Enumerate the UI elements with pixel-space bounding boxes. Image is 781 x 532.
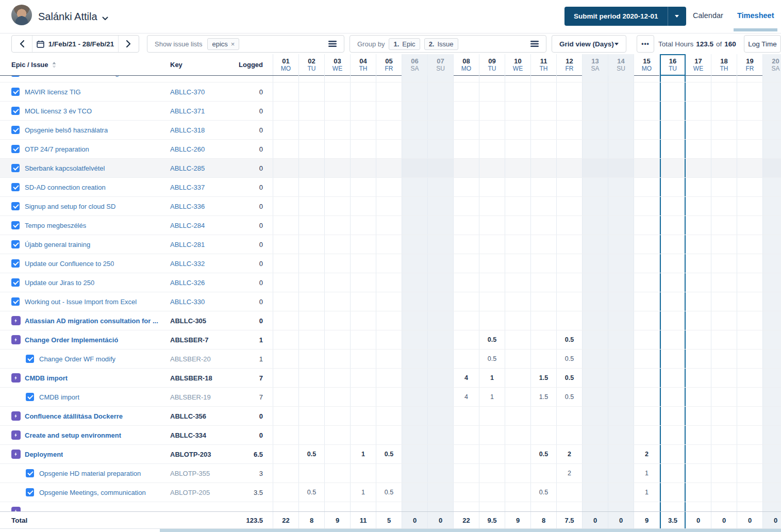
issue-name-link[interactable]: Signup and setup for cloud SD [25,203,115,210]
day-cell-03[interactable] [325,178,351,196]
day-cell-12[interactable] [557,426,583,444]
day-cell-08[interactable] [454,159,479,177]
day-cell-12[interactable] [557,502,583,511]
day-cell-19[interactable] [737,216,763,235]
day-cell-10[interactable] [505,254,531,273]
issue-checkbox[interactable] [26,469,34,477]
day-cell-08[interactable] [454,350,479,368]
day-cell-17[interactable] [686,121,711,139]
day-cell-10[interactable] [505,102,531,120]
day-cell-02[interactable] [299,273,325,292]
day-cell-07[interactable] [428,464,454,483]
issue-checkbox[interactable] [11,221,20,229]
day-cell-09[interactable] [479,254,505,273]
day-cell-04[interactable] [351,407,376,425]
day-cell-15[interactable] [634,350,660,368]
previous-period-button[interactable] [12,36,32,52]
day-cell-06[interactable] [402,121,428,139]
day-cell-15[interactable] [634,140,660,158]
issue-key-link[interactable]: ABLLC-336 [170,203,205,210]
day-cell-20[interactable] [763,445,781,463]
day-cell-11[interactable]: 1.5 [531,388,557,406]
day-cell-04[interactable] [351,102,376,120]
issue-name-link[interactable]: Create and setup environment [25,431,121,439]
day-cell-14[interactable] [608,369,634,387]
day-cell-19[interactable] [737,292,763,311]
day-cell-01[interactable] [273,76,299,82]
timesheet-row[interactable]: Opsgenie HD material preparationABLOTP-3… [0,464,781,483]
day-cell-04[interactable] [351,350,376,368]
day-cell-15[interactable]: 2 [634,445,660,463]
timesheet-row[interactable]: Lasso tesztfelhasználói kinézegetéseABLL… [0,76,781,82]
day-cell-11[interactable] [531,76,557,82]
day-cell-04[interactable] [351,273,376,292]
day-cell-13[interactable] [583,330,608,349]
day-cell-16[interactable] [660,102,686,120]
day-cell-02[interactable] [299,216,325,235]
issue-name-link[interactable]: CMDB import [25,374,68,382]
day-cell-20[interactable] [763,273,781,292]
day-cell-14[interactable] [608,426,634,444]
group-chip-epic[interactable]: 1. Epic [389,38,420,50]
day-cell-19[interactable] [737,121,763,139]
day-cell-18[interactable] [711,216,737,235]
day-cell-10[interactable] [505,159,531,177]
day-cell-03[interactable] [325,102,351,120]
day-cell-04[interactable]: 1 [351,483,376,502]
day-cell-14[interactable] [608,159,634,177]
day-cell-06[interactable] [402,273,428,292]
day-cell-01[interactable] [273,235,299,254]
day-cell-02[interactable] [299,178,325,196]
filter-tag-epics[interactable]: epics × [207,38,239,50]
issue-key-link[interactable]: ABLSBER-19 [170,393,211,401]
day-cell-04[interactable] [351,82,376,101]
day-cell-07[interactable] [428,82,454,101]
issue-key-link[interactable]: ABLLC-326 [170,279,205,287]
day-cell-03[interactable] [325,407,351,425]
issue-key-link[interactable]: ABLOTP-355 [170,470,210,477]
day-cell-13[interactable] [583,140,608,158]
day-cell-06[interactable] [402,388,428,406]
day-cell-07[interactable] [428,369,454,387]
day-cell-16[interactable] [660,235,686,254]
day-cell-15[interactable]: 1 [634,464,660,483]
day-cell-03[interactable] [325,388,351,406]
day-cell-01[interactable] [273,292,299,311]
issue-key-link[interactable]: ABLOTP-203 [170,451,211,458]
timesheet-row[interactable]: Opsgenie Meetings, communicationABLOTP-2… [0,483,781,502]
day-cell-17[interactable] [686,330,711,349]
day-cell-12[interactable] [557,197,583,215]
day-cell-14[interactable] [608,350,634,368]
day-cell-13[interactable] [583,369,608,387]
day-cell-18[interactable] [711,82,737,101]
day-cell-18[interactable] [711,464,737,483]
day-cell-06[interactable] [402,426,428,444]
day-cell-09[interactable] [479,273,505,292]
day-cell-13[interactable] [583,464,608,483]
issue-checkbox[interactable] [11,145,20,153]
day-cell-06[interactable] [402,76,428,82]
day-cell-12[interactable] [557,102,583,120]
issue-key-link[interactable]: ABLLC-370 [170,88,205,96]
timesheet-row[interactable]: Signup and setup for cloud SDABLLC-3360 [0,197,781,216]
day-cell-19[interactable] [737,388,763,406]
issue-name-link[interactable]: Working out - Issue Import from Excel [25,298,137,306]
day-cell-07[interactable] [428,254,454,273]
day-cell-10[interactable] [505,330,531,349]
day-cell-15[interactable] [634,369,660,387]
issue-checkbox[interactable] [11,278,20,287]
day-cell-16[interactable] [660,311,686,330]
day-cell-06[interactable] [402,445,428,463]
issue-name-link[interactable]: Update our Confluence to 250 [25,260,114,268]
day-cell-03[interactable] [325,140,351,158]
day-cell-06[interactable] [402,369,428,387]
day-cell-14[interactable] [608,311,634,330]
day-cell-06[interactable] [402,483,428,502]
day-cell-18[interactable] [711,311,737,330]
day-cell-06[interactable] [402,159,428,177]
day-cell-20[interactable] [763,464,781,483]
day-cell-11[interactable] [531,102,557,120]
day-cell-17[interactable] [686,82,711,101]
day-cell-04[interactable] [351,140,376,158]
day-cell-01[interactable] [273,121,299,139]
